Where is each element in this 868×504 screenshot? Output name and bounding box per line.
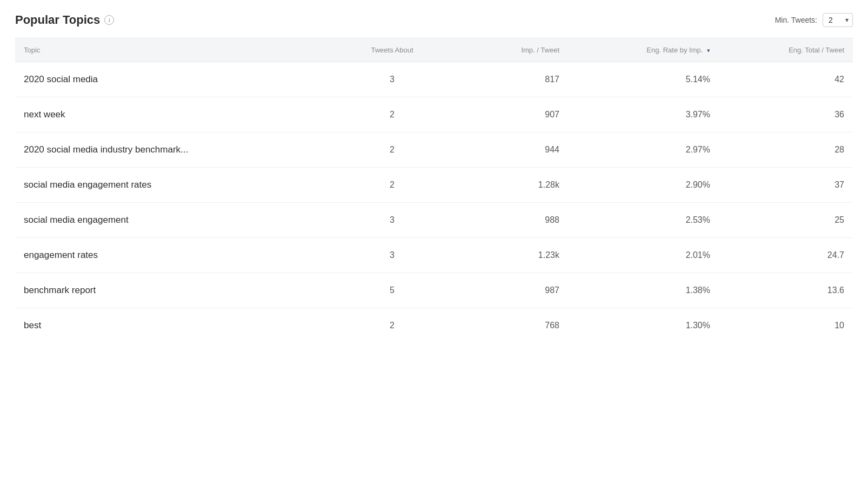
- cell-eng-total: 25: [719, 203, 853, 238]
- cell-eng-total: 36: [719, 97, 853, 132]
- cell-topic: next week: [15, 97, 333, 132]
- cell-imp-per-tweet: 817: [451, 62, 568, 97]
- col-header-imp-per-tweet: Imp. / Tweet: [451, 38, 568, 62]
- cell-tweets-about: 2: [333, 97, 451, 132]
- page-title: Popular Topics: [15, 13, 100, 27]
- table-header-row: Topic Tweets About Imp. / Tweet Eng. Rat…: [15, 38, 853, 62]
- cell-topic: 2020 social media: [15, 62, 333, 97]
- cell-tweets-about: 2: [333, 168, 451, 203]
- cell-topic: benchmark report: [15, 273, 333, 308]
- table-row[interactable]: 2020 social media industry benchmark...2…: [15, 132, 853, 168]
- info-icon[interactable]: i: [104, 15, 114, 25]
- cell-topic: 2020 social media industry benchmark...: [15, 132, 333, 168]
- cell-eng-total: 42: [719, 62, 853, 97]
- cell-eng-rate: 2.01%: [568, 238, 719, 273]
- cell-eng-rate: 2.53%: [568, 203, 719, 238]
- table-header: Topic Tweets About Imp. / Tweet Eng. Rat…: [15, 38, 853, 62]
- table-body: 2020 social media38175.14%42next week290…: [15, 62, 853, 343]
- cell-tweets-about: 3: [333, 203, 451, 238]
- cell-topic: social media engagement: [15, 203, 333, 238]
- cell-eng-rate: 5.14%: [568, 62, 719, 97]
- cell-topic: best: [15, 308, 333, 343]
- col-header-tweets-about: Tweets About: [333, 38, 451, 62]
- cell-imp-per-tweet: 768: [451, 308, 568, 343]
- col-header-topic: Topic: [15, 38, 333, 62]
- table-row[interactable]: best27681.30%10: [15, 308, 853, 343]
- cell-eng-rate: 2.97%: [568, 132, 719, 168]
- cell-imp-per-tweet: 907: [451, 97, 568, 132]
- cell-imp-per-tweet: 988: [451, 203, 568, 238]
- cell-eng-rate: 2.90%: [568, 168, 719, 203]
- cell-imp-per-tweet: 987: [451, 273, 568, 308]
- popular-topics-container: Popular Topics i Min. Tweets: 2 3 5 10 T…: [0, 0, 868, 504]
- cell-topic: social media engagement rates: [15, 168, 333, 203]
- cell-imp-per-tweet: 1.23k: [451, 238, 568, 273]
- cell-eng-rate: 3.97%: [568, 97, 719, 132]
- cell-imp-per-tweet: 1.28k: [451, 168, 568, 203]
- cell-tweets-about: 3: [333, 62, 451, 97]
- min-tweets-select-wrapper[interactable]: 2 3 5 10: [823, 13, 853, 27]
- min-tweets-select[interactable]: 2 3 5 10: [823, 13, 853, 27]
- cell-tweets-about: 2: [333, 308, 451, 343]
- header-row: Popular Topics i Min. Tweets: 2 3 5 10: [15, 13, 853, 27]
- cell-eng-total: 28: [719, 132, 853, 168]
- cell-tweets-about: 2: [333, 132, 451, 168]
- table-row[interactable]: social media engagement rates21.28k2.90%…: [15, 168, 853, 203]
- table-row[interactable]: 2020 social media38175.14%42: [15, 62, 853, 97]
- table-row[interactable]: engagement rates31.23k2.01%24.7: [15, 238, 853, 273]
- cell-eng-rate: 1.38%: [568, 273, 719, 308]
- col-header-eng-total: Eng. Total / Tweet: [719, 38, 853, 62]
- cell-eng-total: 13.6: [719, 273, 853, 308]
- cell-eng-rate: 1.30%: [568, 308, 719, 343]
- cell-tweets-about: 5: [333, 273, 451, 308]
- cell-eng-total: 24.7: [719, 238, 853, 273]
- cell-tweets-about: 3: [333, 238, 451, 273]
- cell-eng-total: 10: [719, 308, 853, 343]
- title-area: Popular Topics i: [15, 13, 114, 27]
- table-row[interactable]: next week29073.97%36: [15, 97, 853, 132]
- cell-imp-per-tweet: 944: [451, 132, 568, 168]
- sort-icon-eng-rate: ▾: [707, 47, 710, 54]
- min-tweets-label: Min. Tweets:: [775, 16, 817, 24]
- popular-topics-table: Topic Tweets About Imp. / Tweet Eng. Rat…: [15, 38, 853, 343]
- table-row[interactable]: social media engagement39882.53%25: [15, 203, 853, 238]
- col-header-eng-rate[interactable]: Eng. Rate by Imp. ▾: [568, 38, 719, 62]
- table-row[interactable]: benchmark report59871.38%13.6: [15, 273, 853, 308]
- cell-topic: engagement rates: [15, 238, 333, 273]
- min-tweets-area: Min. Tweets: 2 3 5 10: [775, 13, 853, 27]
- cell-eng-total: 37: [719, 168, 853, 203]
